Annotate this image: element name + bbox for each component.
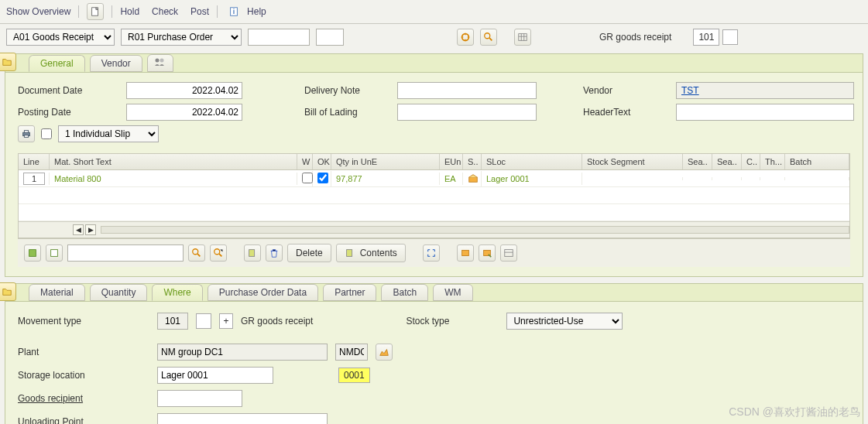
po-number-input[interactable] [248, 29, 310, 46]
reference-select[interactable]: R01 Purchase Order [121, 29, 242, 46]
settings3-icon[interactable] [500, 244, 517, 262]
find-next-icon[interactable] [210, 244, 227, 262]
col-seg[interactable]: Stock Segment [582, 154, 683, 169]
delivery-note-input[interactable] [397, 82, 537, 99]
print-checkbox[interactable] [41, 128, 52, 139]
settings2-icon[interactable] [479, 244, 496, 262]
col-qty[interactable]: Qty in UnE [331, 154, 440, 169]
vendor-link[interactable]: TST [681, 85, 699, 96]
info-icon[interactable]: i [225, 3, 242, 20]
svg-rect-20 [504, 250, 513, 257]
table-row[interactable]: 1 Material 800 97,877 EA Lager 0001 [19, 170, 849, 187]
plant-label: Plant [18, 347, 149, 357]
tab-vendor[interactable]: Vendor [90, 55, 142, 72]
unload-label: Unloading Point [18, 416, 149, 424]
stock-icon[interactable] [468, 173, 479, 183]
line-number: 1 [23, 173, 45, 185]
grid-icon[interactable] [514, 29, 531, 46]
post-button[interactable]: Post [190, 6, 209, 17]
help-button[interactable]: Help [247, 6, 266, 17]
collapse-detail-icon[interactable] [0, 282, 16, 301]
plus-icon[interactable]: + [219, 313, 233, 329]
slip-select[interactable]: 1 Individual Slip [58, 125, 159, 142]
recipient-label[interactable]: Goods recipient [18, 393, 149, 404]
transaction-select[interactable]: A01 Goods Receipt [6, 29, 115, 46]
col-mat[interactable]: Mat. Short Text [50, 154, 297, 169]
col-c[interactable]: C.. [742, 154, 760, 169]
settings1-icon[interactable] [457, 244, 474, 262]
svg-point-15 [214, 249, 220, 255]
tab-where[interactable]: Where [152, 284, 202, 301]
hold-button[interactable]: Hold [120, 6, 139, 17]
tab-quantity[interactable]: Quantity [90, 284, 148, 301]
mvt-label: Movement type [18, 316, 149, 327]
col-sloc[interactable]: SLoc [482, 154, 582, 169]
col-ok[interactable]: OK [313, 154, 331, 169]
ok-checkbox[interactable] [317, 173, 328, 183]
small-box-1[interactable] [722, 29, 738, 45]
tab-partner[interactable]: Partner [323, 284, 376, 301]
tab-material[interactable]: Material [29, 284, 85, 301]
main-toolbar: Show Overview Hold Check Post i Help [0, 0, 868, 24]
stock-type-select[interactable]: Unrestricted-Use [506, 313, 623, 330]
expand-icon[interactable] [423, 244, 440, 262]
col-batch[interactable]: Batch [785, 154, 849, 169]
sloc-input[interactable] [157, 367, 273, 384]
tab-pod[interactable]: Purchase Order Data [208, 284, 318, 301]
col-line[interactable]: Line [19, 154, 50, 169]
svg-rect-5 [519, 34, 527, 41]
col-s[interactable]: S.. [463, 154, 482, 169]
header-tabs: General Vendor [29, 54, 863, 72]
items-table: Line Mat. Short Text W OK Qty in UnE EUn… [18, 153, 850, 238]
mat-cell[interactable]: Material 800 [50, 173, 297, 185]
find2-icon[interactable] [188, 244, 205, 262]
col-sea2[interactable]: Sea.. [712, 154, 742, 169]
deselect-icon[interactable] [46, 244, 63, 262]
collapse-header-icon[interactable] [0, 53, 16, 71]
doc-date-input[interactable] [126, 82, 242, 99]
unload-input[interactable] [157, 413, 328, 424]
plant-code [335, 344, 368, 361]
contents-button[interactable]: Contents [336, 244, 406, 262]
tab-wm[interactable]: WM [433, 284, 472, 301]
vendor-label: Vendor [583, 85, 668, 96]
trash-icon[interactable] [266, 244, 283, 262]
headertext-input[interactable] [676, 104, 854, 121]
svg-point-14 [193, 249, 198, 255]
print-icon[interactable] [18, 125, 35, 142]
col-th[interactable]: Th... [760, 154, 785, 169]
post-date-input[interactable] [126, 104, 242, 121]
plant-search-icon[interactable] [376, 344, 393, 361]
eun-cell: EA [440, 173, 463, 185]
mvt-help-icon[interactable] [196, 313, 211, 329]
new-doc-icon[interactable] [87, 3, 104, 20]
sloc-cell[interactable]: Lager 0001 [482, 173, 582, 185]
post-date-label: Posting Date [18, 107, 118, 118]
table-scroll[interactable]: ◀▶ [19, 221, 849, 238]
col-w[interactable]: W [297, 154, 313, 169]
bill-input[interactable] [397, 104, 537, 121]
filter-input[interactable] [67, 244, 184, 262]
svg-rect-10 [24, 135, 28, 138]
copy-icon[interactable] [244, 244, 261, 262]
po-item-input[interactable] [316, 29, 344, 46]
tab-batch[interactable]: Batch [381, 284, 428, 301]
delete-button[interactable]: Delete [287, 244, 331, 262]
tab-contact-icon[interactable] [147, 54, 173, 72]
col-eun[interactable]: EUn [440, 154, 463, 169]
show-overview-button[interactable]: Show Overview [6, 6, 70, 17]
execute-icon[interactable] [457, 29, 474, 46]
svg-text:i: i [233, 8, 235, 15]
recipient-input[interactable] [157, 390, 242, 407]
action-row: A01 Goods Receipt R01 Purchase Order GR … [0, 24, 868, 50]
svg-rect-9 [24, 131, 28, 133]
w-checkbox[interactable] [302, 173, 313, 183]
col-sea1[interactable]: Sea.. [683, 154, 712, 169]
find-icon[interactable] [480, 29, 497, 46]
check-button[interactable]: Check [152, 6, 178, 17]
gr-label: GR goods receipt [599, 32, 671, 43]
select-all-icon[interactable] [24, 244, 41, 262]
qty-cell[interactable]: 97,877 [331, 173, 440, 185]
headertext-label: HeaderText [583, 107, 668, 118]
tab-general[interactable]: General [29, 55, 85, 72]
